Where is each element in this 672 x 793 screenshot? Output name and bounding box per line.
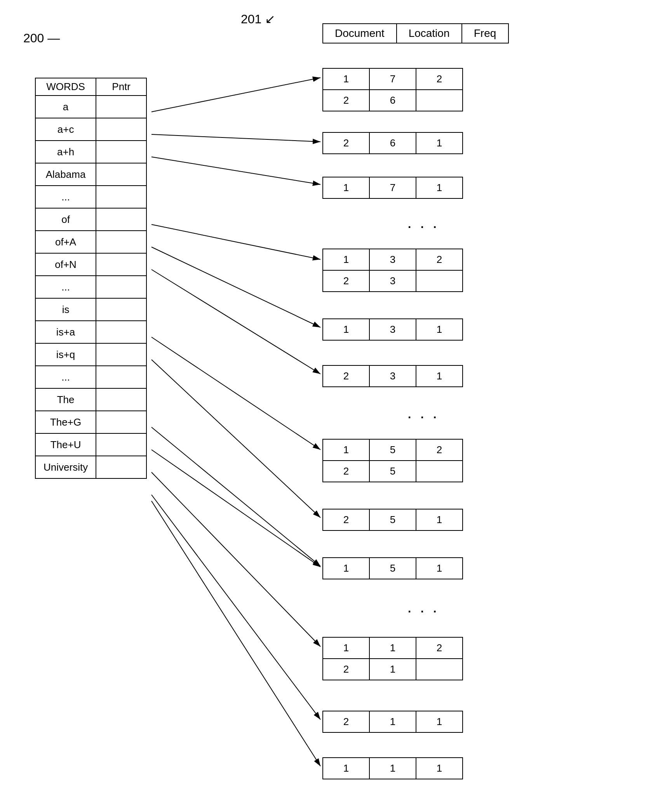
label-201: 201 ↙ bbox=[241, 12, 275, 26]
svg-line-2 bbox=[151, 134, 320, 142]
data-table-12: 111 bbox=[322, 757, 463, 779]
words-table: WORDS Pntr a a+c a+h Alabama ... of of+A… bbox=[35, 78, 147, 479]
data-table-3: 171 bbox=[322, 177, 463, 199]
data-table-6: 231 bbox=[322, 365, 463, 387]
table-row: The bbox=[35, 388, 146, 411]
table-row: of bbox=[35, 208, 146, 231]
diagram: 200 — 201 ↙ Document Location Freq WORDS… bbox=[0, 0, 672, 793]
data-table-10: 112 21 bbox=[322, 637, 463, 680]
svg-line-1 bbox=[151, 78, 320, 112]
svg-line-13 bbox=[151, 501, 320, 766]
svg-line-4 bbox=[151, 224, 320, 259]
data-table-9: 151 bbox=[322, 557, 463, 579]
dots-2: . . . bbox=[408, 408, 440, 421]
table-row: is+q bbox=[35, 343, 146, 366]
table-row: University bbox=[35, 456, 146, 478]
svg-line-3 bbox=[151, 157, 320, 184]
data-table-1: 172 26 bbox=[322, 68, 463, 111]
svg-line-12 bbox=[151, 495, 320, 720]
col-location: Location bbox=[397, 24, 462, 43]
table-row: a+c bbox=[35, 118, 146, 141]
words-header: WORDS bbox=[35, 78, 96, 96]
table-row: Alabama bbox=[35, 163, 146, 186]
svg-line-6 bbox=[151, 270, 320, 374]
data-table-11: 211 bbox=[322, 711, 463, 733]
label-200: 200 — bbox=[23, 31, 60, 45]
data-table-5: 131 bbox=[322, 318, 463, 341]
table-row: is+a bbox=[35, 321, 146, 343]
dots-3: . . . bbox=[408, 602, 440, 615]
table-row: a+h bbox=[35, 141, 146, 163]
data-table-2: 261 bbox=[322, 132, 463, 154]
data-table-8: 251 bbox=[322, 509, 463, 531]
col-freq: Freq bbox=[462, 24, 508, 43]
table-row: ... bbox=[35, 366, 146, 388]
col-document: Document bbox=[323, 24, 397, 43]
svg-line-5 bbox=[151, 247, 320, 327]
dots-1: . . . bbox=[408, 217, 440, 231]
table-row: ... bbox=[35, 186, 146, 208]
table-row: ... bbox=[35, 276, 146, 298]
table-row: is bbox=[35, 298, 146, 321]
table-row: of+A bbox=[35, 231, 146, 253]
svg-line-11 bbox=[151, 472, 320, 647]
data-table-7: 152 25 bbox=[322, 439, 463, 482]
table-row: The+U bbox=[35, 433, 146, 456]
pntr-header: Pntr bbox=[96, 78, 146, 96]
header-table: Document Location Freq bbox=[322, 23, 509, 43]
svg-line-10 bbox=[151, 450, 320, 567]
svg-line-7 bbox=[151, 337, 320, 450]
svg-line-9 bbox=[151, 427, 320, 566]
table-row: The+G bbox=[35, 411, 146, 433]
svg-line-8 bbox=[151, 360, 320, 518]
data-table-4: 132 23 bbox=[322, 249, 463, 292]
table-row: of+N bbox=[35, 253, 146, 276]
table-row: a bbox=[35, 96, 146, 118]
